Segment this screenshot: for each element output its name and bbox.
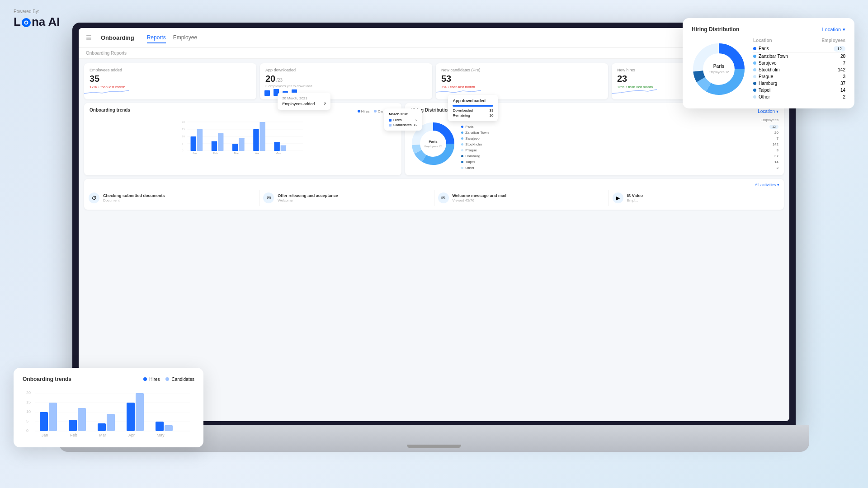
- flt-row-zanzibar: Zanzibar Town20: [753, 53, 845, 60]
- app-tooltip: App downloaded Downloaded 39 Remaining 1…: [448, 95, 498, 121]
- svg-text:15: 15: [182, 127, 185, 131]
- floating-hiring-card: Hiring Distribution Location ▾ Paris Emp…: [683, 18, 854, 108]
- app-popup-title: App downloaded: [453, 99, 493, 103]
- svg-text:0: 0: [26, 428, 28, 433]
- location-row-prague: Prague3: [461, 147, 778, 153]
- laptop-notch: [407, 445, 461, 448]
- logo-inner-circle: [24, 20, 28, 24]
- svg-text:5: 5: [26, 419, 28, 423]
- trend-line-employees: [84, 87, 129, 96]
- flt-stockholm-dot: [753, 68, 756, 71]
- main-content: Employees added 35 17% ↓ than last month…: [79, 59, 789, 421]
- floating-candidates-dot: [165, 377, 169, 381]
- svg-text:Apr: Apr: [128, 433, 135, 437]
- nav-tabs: Reports Employee: [147, 33, 197, 43]
- location-filter[interactable]: Location ▾: [758, 109, 778, 114]
- col-employees-label: Employees: [760, 118, 778, 122]
- svg-text:May: May: [156, 433, 165, 437]
- floating-legend-candidates: Candidates: [165, 377, 194, 382]
- onboarding-trends-title: Onboarding trends: [90, 108, 130, 113]
- app-remaining-row: Remaining 10: [453, 113, 493, 117]
- flt-prague-dot: [753, 75, 756, 78]
- floating-chevron-icon: ▾: [843, 27, 845, 33]
- tooltip-emp-value: 2: [324, 102, 326, 106]
- activity-sub-docs: Document: [103, 198, 165, 202]
- svg-rect-14: [191, 136, 196, 151]
- tab-employee[interactable]: Employee: [173, 33, 197, 43]
- svg-rect-56: [165, 425, 173, 431]
- svg-text:Employees 12: Employees 12: [425, 145, 442, 148]
- svg-point-34: [423, 134, 443, 154]
- location-row-paris: Paris12: [461, 124, 778, 130]
- svg-text:Mar: Mar: [234, 151, 239, 154]
- svg-rect-47: [40, 412, 48, 431]
- location-row-other: Other2: [461, 165, 778, 171]
- flt-row-stockholm: Stockholm142: [753, 66, 845, 73]
- march-hires-row: Hires 2: [389, 118, 417, 122]
- svg-text:Apr: Apr: [255, 151, 259, 154]
- svg-rect-49: [69, 420, 77, 431]
- stat-sub-app: /23: [276, 78, 283, 83]
- svg-text:15: 15: [26, 400, 31, 404]
- location-row-zanzibar: Zanzibar Town20: [461, 130, 778, 136]
- svg-text:5: 5: [182, 142, 184, 145]
- powered-by-text: Powered By:: [14, 9, 60, 14]
- donut-container: Paris Employees 12 Location Employees: [410, 118, 778, 171]
- svg-text:20: 20: [26, 390, 31, 395]
- tooltip-date: 20 March, 2021: [282, 96, 326, 100]
- floating-table-header: Location Employees: [753, 38, 845, 43]
- envelope-icon: ✉: [438, 192, 449, 203]
- svg-text:10: 10: [182, 135, 185, 138]
- activity-title-welcome: Welcome message and mail: [453, 193, 506, 199]
- svg-text:Paris: Paris: [429, 140, 438, 144]
- activity-title-docs: Checking submitted documents: [103, 193, 165, 199]
- flt-zanzibar-dot: [753, 55, 756, 58]
- svg-text:Employees 12: Employees 12: [709, 70, 729, 74]
- activity-title-offer: Offer releasing and acceptance: [278, 193, 338, 199]
- paris-dot-icon: [461, 126, 463, 128]
- floating-bar-chart: 20 15 10 5 0 Jan Feb Mar Apr May: [23, 388, 194, 437]
- svg-rect-0: [264, 90, 270, 96]
- svg-text:10: 10: [26, 409, 31, 414]
- svg-rect-53: [127, 403, 135, 431]
- activity-is-video: ▶ IS Video Empl...: [609, 190, 779, 206]
- location-filter-chevron-icon: ▾: [776, 109, 778, 114]
- svg-text:Jan: Jan: [192, 151, 197, 154]
- march-candidates-row: Candidates 12: [389, 123, 417, 127]
- svg-rect-52: [107, 414, 115, 431]
- hires-dot-icon: [358, 110, 360, 113]
- trend-line-hires: [612, 87, 657, 96]
- activity-checking-docs: ⏱ Checking submitted documents Document: [89, 190, 259, 206]
- stat-label-app-downloaded: App downloaded: [265, 68, 427, 72]
- svg-rect-22: [274, 142, 279, 151]
- flt-paris-dot: [753, 47, 756, 50]
- clock-icon: ⏱: [89, 192, 99, 203]
- svg-point-67: [706, 56, 731, 82]
- activity-sub-video: Empl...: [627, 198, 643, 202]
- app-progress-bar: [453, 105, 493, 107]
- floating-location-filter[interactable]: Location ▾: [822, 27, 845, 33]
- onboarding-trends-card: Onboarding trends Hires Candidates: [84, 103, 401, 175]
- activities-row: All activities ▾ ⏱ Checking submitted do…: [84, 179, 784, 210]
- all-activities-label[interactable]: All activities ▾: [755, 183, 779, 187]
- march-month: March 2020: [389, 112, 417, 116]
- floating-donut-svg: Paris Employees 12: [692, 42, 746, 96]
- other-dot-icon: [461, 167, 463, 169]
- flt-row-sarajevo: Sarajevo7: [753, 60, 845, 66]
- svg-rect-18: [232, 144, 238, 151]
- flt-other-dot: [753, 95, 756, 99]
- svg-text:Jan: Jan: [42, 433, 48, 437]
- menu-icon[interactable]: ☰: [86, 34, 92, 42]
- svg-rect-15: [197, 129, 203, 151]
- activity-title-video: IS Video: [627, 193, 643, 199]
- tooltip-row: Employees added 2: [282, 102, 326, 106]
- march-hires-icon: [389, 119, 392, 122]
- tab-reports[interactable]: Reports: [147, 33, 166, 43]
- svg-rect-48: [49, 403, 57, 431]
- activity-items: ⏱ Checking submitted documents Document …: [89, 190, 779, 206]
- flt-row-other: Other2: [753, 94, 845, 100]
- floating-legend-hires: Hires: [143, 377, 160, 382]
- svg-rect-19: [239, 138, 244, 150]
- stat-value-app-downloaded: 20: [265, 74, 275, 84]
- location-row-taipei: Taipei14: [461, 159, 778, 165]
